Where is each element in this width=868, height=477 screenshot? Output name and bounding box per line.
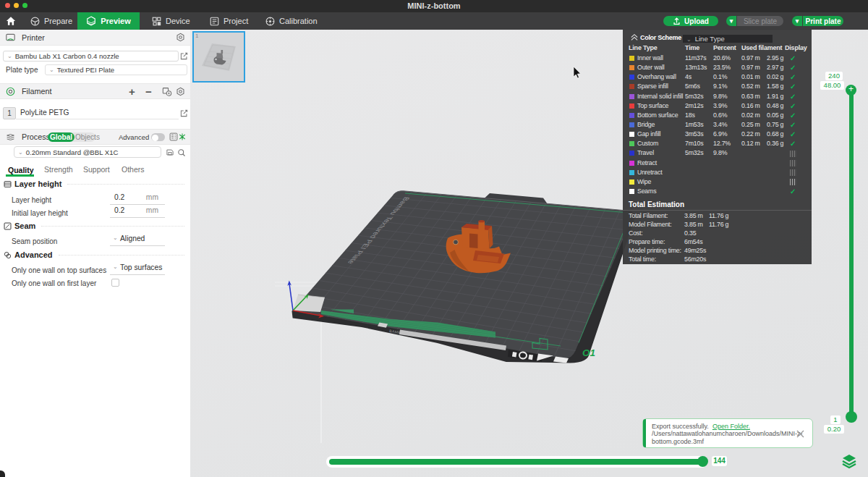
svg-text:O1: O1 <box>582 347 595 358</box>
